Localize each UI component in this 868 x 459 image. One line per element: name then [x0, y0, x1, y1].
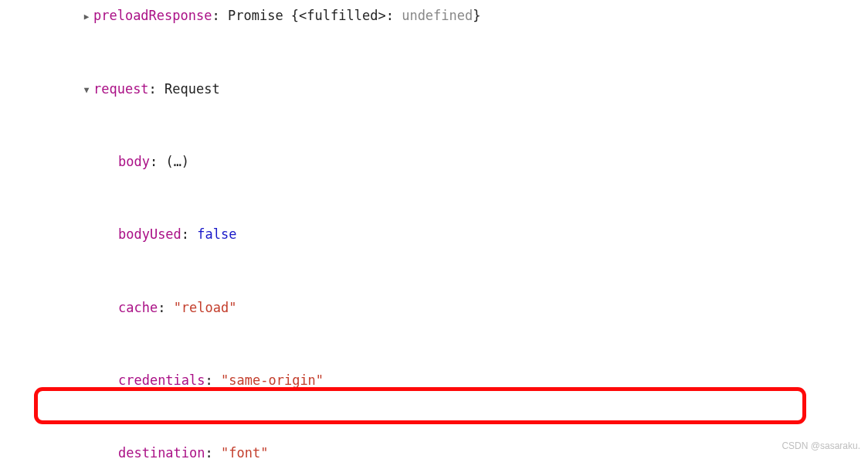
object-tree: ▶preloadResponse: Promise {<fulfilled>: …	[0, 0, 868, 459]
prop-value: (…)	[165, 154, 189, 169]
row-body[interactable]: body: (…)	[31, 126, 868, 199]
prop-key: body	[118, 154, 150, 169]
expand-arrow-down-icon[interactable]: ▼	[81, 83, 92, 98]
row-destination[interactable]: destination: "font"	[31, 417, 868, 459]
prop-key: credentials	[118, 372, 205, 388]
row-bodyused[interactable]: bodyUsed: false	[31, 199, 868, 271]
watermark-text: CSDN @sasaraku.	[782, 437, 860, 454]
row-cache[interactable]: cache: "reload"	[31, 271, 868, 344]
prop-key: request	[93, 81, 149, 97]
row-credentials[interactable]: credentials: "same-origin"	[31, 345, 868, 417]
prop-value: "reload"	[174, 300, 237, 315]
prop-key: preloadResponse	[93, 8, 212, 23]
prop-key: destination	[118, 445, 205, 459]
prop-value: "font"	[221, 445, 268, 459]
row-preloadresponse[interactable]: ▶preloadResponse: Promise {<fulfilled>: …	[31, 0, 868, 53]
prop-value: false	[197, 226, 236, 242]
prop-key: cache	[118, 300, 158, 315]
prop-type: Request	[164, 81, 220, 97]
prop-value: "same-origin"	[221, 372, 324, 388]
prop-key: bodyUsed	[118, 226, 181, 242]
row-request[interactable]: ▼request: Request	[31, 53, 868, 125]
expand-arrow-right-icon[interactable]: ▶	[81, 9, 92, 25]
